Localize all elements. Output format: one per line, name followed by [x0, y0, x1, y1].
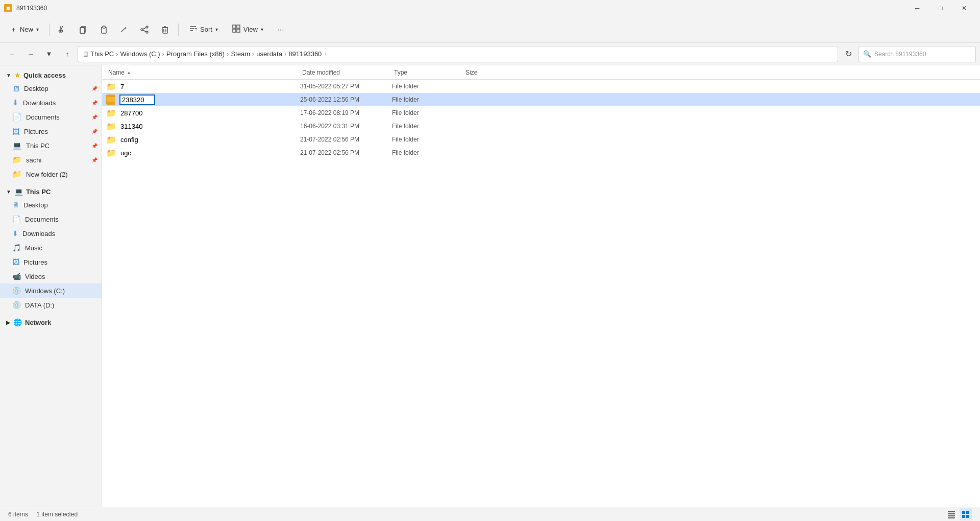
copy-button[interactable]: [74, 20, 92, 39]
file-row-7[interactable]: 📁 7 31-05-2022 05:27 PM File folder: [102, 80, 980, 93]
sidebar-item-documents-pc[interactable]: 📄 Documents: [0, 212, 102, 226]
quick-access-label: Quick access: [23, 72, 66, 79]
sort-arrow-icon: ▲: [127, 70, 131, 75]
view-button[interactable]: View ▾: [226, 20, 270, 39]
sidebar-item-desktop-quick[interactable]: 🖥 Desktop 📌: [0, 81, 102, 96]
documents-pc-icon: 📄: [12, 215, 21, 223]
column-type[interactable]: Type: [392, 69, 463, 76]
pin-icon-5: 📌: [91, 143, 97, 149]
sidebar-new-folder-2-label: New folder (2): [26, 171, 95, 178]
column-name-label: Name: [108, 69, 125, 76]
breadcrumb-this-pc[interactable]: This PC: [90, 50, 114, 58]
music-icon: 🎵: [12, 244, 21, 252]
breadcrumb-sep-1: ›: [116, 50, 118, 58]
breadcrumb-windows-c[interactable]: Windows (C:): [120, 50, 160, 58]
sidebar-item-sachi[interactable]: 📁 sachi 📌: [0, 153, 102, 167]
svg-rect-34: [966, 515, 969, 518]
search-bar[interactable]: 🔍 Search 891193360: [859, 46, 976, 62]
sidebar-item-windows-c[interactable]: 💿 Windows (C:): [0, 283, 102, 298]
sidebar-item-music[interactable]: 🎵 Music: [0, 241, 102, 255]
recent-locations-button[interactable]: ▼: [41, 46, 57, 62]
toolbar: ＋ New ▾ Sort ▾ View ▾ ···: [0, 16, 980, 43]
share-button[interactable]: [135, 20, 154, 39]
sidebar-item-desktop-pc[interactable]: 🖥 Desktop: [0, 198, 102, 212]
sidebar-item-thispc-quick[interactable]: 💻 This PC 📌: [0, 138, 102, 153]
desktop-icon: 🖥: [12, 84, 20, 93]
more-button[interactable]: ···: [272, 20, 289, 39]
sidebar-item-downloads-pc[interactable]: ⬇ Downloads: [0, 226, 102, 241]
svg-point-10: [146, 26, 148, 28]
sidebar-item-pictures-pc[interactable]: 🖼 Pictures: [0, 255, 102, 269]
minimize-button[interactable]: ─: [905, 0, 929, 16]
breadcrumb-sep-3: ›: [227, 50, 229, 58]
paste-button[interactable]: [94, 20, 113, 39]
sidebar-downloads-label: Downloads: [23, 99, 95, 107]
column-name[interactable]: Name ▲: [106, 69, 300, 76]
up-button[interactable]: ↑: [59, 46, 76, 62]
file-type-config: File folder: [392, 136, 463, 143]
maximize-button[interactable]: □: [929, 0, 952, 16]
new-label: New: [20, 26, 33, 33]
list-view-button[interactable]: [960, 508, 972, 520]
sidebar-item-pictures-quick[interactable]: 🖼 Pictures 📌: [0, 124, 102, 138]
file-row-config[interactable]: 📁 config 21-07-2022 02:56 PM File folder: [102, 133, 980, 146]
folder-icon-311340: 📁: [106, 122, 116, 131]
breadcrumb-891193360[interactable]: 891193360: [288, 50, 322, 58]
sort-button[interactable]: Sort ▾: [183, 20, 224, 39]
forward-button[interactable]: →: [22, 46, 39, 62]
column-type-label: Type: [394, 69, 407, 76]
quick-access-header[interactable]: ▼ ★ Quick access: [0, 69, 102, 81]
file-type-311340: File folder: [392, 123, 463, 130]
window-icon: [4, 4, 12, 12]
folder-icon-config: 📁: [106, 135, 116, 145]
file-name-config: config: [120, 136, 138, 144]
breadcrumb-steam[interactable]: Steam: [231, 50, 250, 58]
cut-button[interactable]: [54, 20, 72, 39]
sort-icon: [189, 25, 197, 34]
thispc-quick-icon: 💻: [12, 141, 22, 150]
details-view-button[interactable]: [945, 508, 958, 520]
file-name-cell-311340: 📁 311340: [106, 122, 300, 131]
file-type-287700: File folder: [392, 109, 463, 116]
close-button[interactable]: ✕: [952, 0, 976, 16]
breadcrumb-userdata[interactable]: userdata: [256, 50, 282, 58]
view-icon: [232, 25, 240, 34]
rename-input[interactable]: [119, 94, 155, 105]
file-name-cell-238320: [106, 94, 300, 105]
file-row-238320[interactable]: 25-06-2022 12:56 PM File folder: [102, 93, 980, 106]
file-row-311340[interactable]: 📁 311340 16-06-2022 03:31 PM File folder: [102, 120, 980, 133]
svg-rect-8: [103, 26, 105, 28]
search-placeholder: Search 891193360: [874, 51, 926, 58]
svg-rect-23: [233, 25, 236, 28]
breadcrumb-sep-5: ›: [284, 50, 286, 58]
file-date-config: 21-07-2022 02:56 PM: [300, 136, 392, 143]
back-button[interactable]: ←: [4, 46, 20, 62]
column-date[interactable]: Date modified: [300, 69, 392, 76]
rename-button[interactable]: [115, 20, 133, 39]
downloads-pc-icon: ⬇: [12, 229, 18, 238]
this-pc-header[interactable]: ▼ 💻 This PC: [0, 185, 102, 198]
breadcrumb[interactable]: 🖥 This PC › Windows (C:) › Program Files…: [78, 46, 838, 62]
view-chevron-icon: ▾: [261, 27, 263, 32]
file-row-ugc[interactable]: 📁 ugc 21-07-2022 02:56 PM File folder: [102, 146, 980, 159]
file-type-ugc: File folder: [392, 149, 463, 156]
file-name-cell-config: 📁 config: [106, 135, 300, 145]
svg-point-11: [141, 29, 143, 31]
network-header[interactable]: ▶ 🌐 Network: [0, 316, 102, 328]
file-row-287700[interactable]: 📁 287700 17-06-2022 08:19 PM File folder: [102, 106, 980, 120]
refresh-button[interactable]: ↻: [840, 46, 856, 62]
column-size[interactable]: Size: [463, 69, 514, 76]
delete-button[interactable]: [156, 20, 174, 39]
sidebar-item-documents-quick[interactable]: 📄 Documents 📌: [0, 110, 102, 124]
pin-icon-4: 📌: [91, 129, 97, 134]
sidebar-pictures-pc-label: Pictures: [23, 258, 95, 266]
sidebar-item-downloads-quick[interactable]: ⬇ Downloads 📌: [0, 96, 102, 110]
sidebar-item-videos[interactable]: 📹 Videos: [0, 269, 102, 283]
sidebar-item-data-d[interactable]: 💿 DATA (D:): [0, 298, 102, 312]
breadcrumb-program-files[interactable]: Program Files (x86): [166, 50, 225, 58]
new-button[interactable]: ＋ New ▾: [4, 20, 45, 39]
this-pc-header-icon: 💻: [14, 187, 23, 196]
pin-icon-3: 📌: [91, 114, 97, 120]
more-label: ···: [278, 26, 283, 33]
sidebar-item-new-folder-2[interactable]: 📁 New folder (2): [0, 167, 102, 181]
